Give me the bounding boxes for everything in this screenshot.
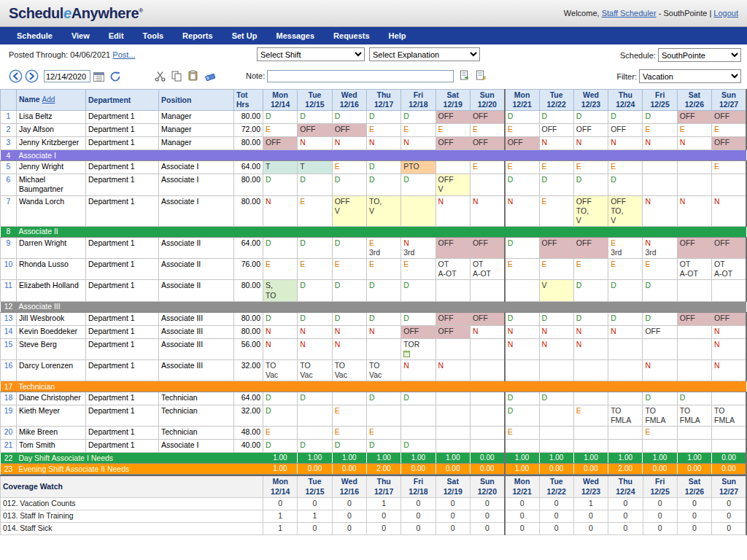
schedule-cell[interactable]: E (332, 427, 366, 440)
schedule-cell[interactable] (470, 427, 504, 440)
schedule-cell[interactable]: OTA-OT (436, 259, 470, 280)
schedule-cell[interactable]: E (436, 124, 470, 137)
schedule-cell[interactable]: E (505, 124, 539, 137)
schedule-cell[interactable]: E (263, 427, 298, 440)
schedule-cell[interactable]: D (298, 174, 332, 195)
schedule-cell[interactable]: E (470, 161, 504, 174)
schedule-cell[interactable] (677, 440, 711, 453)
calendar-button[interactable] (93, 71, 104, 82)
schedule-cell[interactable]: OFF (436, 325, 470, 338)
schedule-cell[interactable]: D (298, 312, 332, 325)
schedule-cell[interactable] (470, 405, 504, 427)
menu-item-messages[interactable]: Messages (266, 31, 324, 40)
schedule-cell[interactable]: D (608, 312, 643, 325)
schedule-cell[interactable]: OFF (677, 237, 711, 258)
schedule-cell[interactable] (366, 405, 400, 427)
schedule-cell[interactable]: OFF (573, 237, 608, 258)
schedule-cell[interactable]: E (539, 259, 573, 280)
paste-button[interactable] (188, 70, 198, 81)
date-input[interactable] (44, 70, 90, 82)
schedule-cell[interactable] (539, 405, 573, 427)
schedule-cell[interactable]: OFFTO,V (573, 195, 608, 226)
edit-page-button[interactable] (476, 70, 486, 81)
note-input[interactable] (267, 70, 454, 82)
schedule-cell[interactable]: E3rd (366, 237, 400, 258)
row-number[interactable]: 16 (1, 359, 17, 381)
schedule-cell[interactable]: N (573, 137, 608, 150)
schedule-cell[interactable]: N (505, 325, 539, 338)
previous-period-button[interactable] (9, 69, 23, 83)
schedule-cell[interactable] (608, 338, 643, 359)
row-number[interactable]: 3 (1, 137, 17, 150)
schedule-cell[interactable]: N (366, 325, 400, 338)
add-employee-link[interactable]: Add (42, 96, 55, 104)
schedule-cell[interactable]: D (263, 405, 298, 427)
schedule-cell[interactable]: E (298, 259, 332, 280)
row-number[interactable]: 15 (1, 338, 17, 359)
schedule-cell[interactable] (643, 174, 677, 195)
schedule-cell[interactable]: OFF (712, 237, 746, 258)
schedule-cell[interactable] (573, 359, 608, 381)
schedule-cell[interactable]: N (573, 338, 608, 359)
schedule-cell[interactable]: N (298, 325, 332, 338)
refresh-button[interactable] (109, 71, 121, 82)
schedule-cell[interactable]: E (712, 161, 746, 174)
schedule-cell[interactable]: TOFMLA (677, 405, 711, 427)
schedule-cell[interactable]: D (573, 174, 608, 195)
schedule-cell[interactable]: E3rd (608, 237, 643, 258)
schedule-cell[interactable]: D (263, 111, 298, 124)
schedule-cell[interactable]: N (712, 195, 746, 226)
schedule-cell[interactable]: N (677, 195, 711, 226)
schedule-cell[interactable]: OFF (436, 137, 470, 150)
schedule-cell[interactable]: E (366, 259, 400, 280)
schedule-cell[interactable]: D (573, 312, 608, 325)
row-number[interactable]: 2 (1, 124, 17, 137)
schedule-cell[interactable]: D (401, 440, 436, 453)
schedule-cell[interactable]: D (643, 111, 677, 124)
schedule-cell[interactable]: OFF (677, 312, 711, 325)
schedule-cell[interactable] (436, 440, 470, 453)
schedule-cell[interactable] (505, 440, 539, 453)
schedule-cell[interactable] (470, 359, 504, 381)
schedule-cell[interactable] (366, 338, 400, 359)
schedule-cell[interactable] (677, 427, 711, 440)
schedule-cell[interactable]: E (608, 161, 643, 174)
schedule-cell[interactable]: OFF (539, 124, 573, 137)
schedule-cell[interactable]: D (263, 440, 298, 453)
menu-item-schedule[interactable]: Schedule (7, 31, 62, 40)
schedule-cell[interactable] (401, 405, 436, 427)
schedule-cell[interactable]: OFF (470, 137, 504, 150)
schedule-cell[interactable]: S,TO (263, 280, 298, 301)
schedule-cell[interactable]: N3rd (643, 237, 677, 258)
schedule-cell[interactable] (677, 280, 711, 301)
schedule-cell[interactable]: E (643, 427, 677, 440)
row-number[interactable]: 9 (1, 237, 17, 258)
schedule-cell[interactable]: N (332, 137, 366, 150)
schedule-cell[interactable]: E (505, 161, 539, 174)
schedule-cell[interactable] (677, 161, 711, 174)
schedule-cell[interactable]: E (470, 124, 504, 137)
schedule-cell[interactable]: TO,V (366, 195, 400, 226)
logout-link[interactable]: Logout (713, 9, 738, 18)
schedule-cell[interactable] (712, 280, 746, 301)
schedule-cell[interactable]: OFFV (332, 195, 366, 226)
schedule-cell[interactable]: D (643, 392, 677, 405)
schedule-cell[interactable]: D (366, 440, 400, 453)
schedule-cell[interactable]: D (505, 312, 539, 325)
schedule-cell[interactable]: OFF (436, 237, 470, 258)
schedule-cell[interactable]: OFF (401, 325, 436, 338)
schedule-cell[interactable]: OFF (298, 124, 332, 137)
schedule-select[interactable]: SouthPointe (658, 48, 741, 62)
menu-item-requests[interactable]: Requests (324, 31, 379, 40)
schedule-cell[interactable] (470, 440, 504, 453)
schedule-cell[interactable] (677, 325, 711, 338)
schedule-cell[interactable]: D (298, 280, 332, 301)
schedule-cell[interactable] (470, 392, 504, 405)
schedule-cell[interactable]: D (539, 111, 573, 124)
schedule-cell[interactable] (332, 392, 366, 405)
user-link[interactable]: Staff Scheduler (602, 9, 657, 18)
schedule-cell[interactable]: N (608, 137, 643, 150)
schedule-cell[interactable]: D (401, 392, 436, 405)
schedule-cell[interactable]: N (401, 359, 436, 381)
schedule-cell[interactable]: E (505, 427, 539, 440)
